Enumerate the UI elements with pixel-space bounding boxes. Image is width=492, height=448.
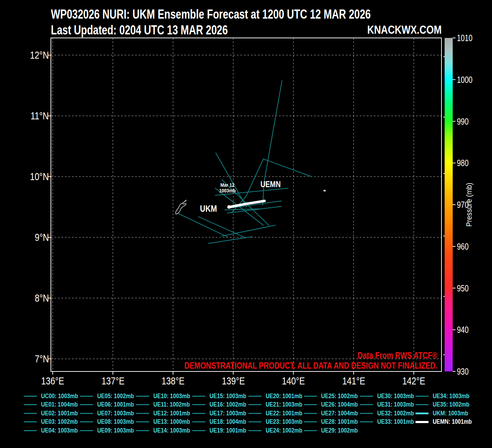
legend-entry-label: UE21: 1003mb <box>266 401 302 408</box>
member-line-swatch <box>80 404 93 405</box>
legend-entry-label: UE05: 1002mb <box>97 393 134 400</box>
member-line-swatch <box>24 404 37 405</box>
x-tick-label: 140°E <box>274 375 313 387</box>
legend-entry-ue07: UE07: 1003mb <box>80 409 140 417</box>
start-pressure-label: 1003mb <box>219 188 236 193</box>
legend-entry-label: UE07: 1003mb <box>97 410 134 417</box>
member-line-swatch <box>192 430 205 431</box>
ensemble-track <box>177 213 227 237</box>
y-tick-label: 10°N <box>30 171 49 183</box>
legend-entry-ue34: UE34: 1003mb <box>415 392 476 400</box>
legend-entry-label: UE27: 1004mb <box>321 410 358 417</box>
legend-entry-label: UE16: 1002mb <box>210 401 246 408</box>
legend-entry-label: UE26: 1004mb <box>321 401 358 408</box>
legend-entry-ue21: UE21: 1003mb <box>248 401 309 409</box>
member-line-swatch <box>360 413 373 414</box>
legend-entry-ue28: UE28: 1001mb <box>304 418 364 426</box>
colorbar-tick-label: 960 <box>457 242 468 252</box>
member-line-swatch <box>24 396 37 397</box>
legend-entry-label: UE11: 1002mb <box>153 401 190 408</box>
forecast-graphic: WP032026 NURI: UKM Ensemble Forecast at … <box>0 0 492 448</box>
ensemble-track <box>263 159 311 177</box>
x-tick-label: 137°E <box>93 375 133 387</box>
member-line-swatch <box>136 396 149 397</box>
legend-entry-label: UE25: 1002mb <box>321 393 358 400</box>
legend-entry-label: UE35: 1002mb <box>433 401 470 408</box>
legend-entry-label: UE28: 1001mb <box>321 418 358 426</box>
member-line-swatch <box>304 396 317 397</box>
colorbar-tick-label: 930 <box>457 367 468 377</box>
y-tick-label: 12°N <box>30 49 49 61</box>
legend-entry-ue03: UE03: 1002mb <box>24 418 84 426</box>
island-outline <box>175 200 186 214</box>
legend-entry-ue06: UE06: 1001mb <box>80 401 140 409</box>
track-start-annotation: Mar 12 1003mb <box>219 182 236 193</box>
colorbar-tick-label: 940 <box>457 325 468 335</box>
start-date-label: Mar 12 <box>219 182 236 188</box>
member-line-swatch <box>360 404 373 405</box>
member-line-swatch <box>248 396 261 397</box>
legend-entry-label: UE20: 1001mb <box>266 393 302 400</box>
legend-entry-label: UE12: 1001mb <box>153 410 190 417</box>
uemn-line-swatch <box>415 421 428 423</box>
legend-entry-label: UE17: 1003mb <box>210 410 246 417</box>
legend-entry-ue33: UE33: 1001mb <box>360 418 420 426</box>
legend-entry-ue24: UE24: 1002mb <box>248 426 309 435</box>
member-line-swatch <box>192 404 205 405</box>
small-island <box>324 190 326 192</box>
legend-entry-ue13: UE13: 1000mb <box>136 418 197 426</box>
legend-entry-ue20: UE20: 1001mb <box>248 392 309 400</box>
x-tick-label: 139°E <box>214 375 253 387</box>
y-tick-label: 9°N <box>35 231 49 243</box>
legend-entry-label: UE03: 1002mb <box>41 418 78 426</box>
legend-entry-ue09: UE09: 1003mb <box>80 426 140 435</box>
member-line-swatch <box>248 421 261 422</box>
legend-entry-label: UE34: 1003mb <box>433 393 470 400</box>
legend-entry-ue26: UE26: 1004mb <box>304 401 364 409</box>
legend-entry-ue27: UE27: 1004mb <box>304 409 364 417</box>
member-line-swatch <box>136 421 149 422</box>
track-layer <box>177 81 311 244</box>
legend-entry-ukm: UKM: 1003mb <box>415 409 474 417</box>
x-tick-label: 138°E <box>153 375 193 387</box>
ukm-track-label: UKM <box>200 204 217 214</box>
legend-entry-ue10: UE10: 1003mb <box>136 392 197 400</box>
member-line-swatch <box>304 404 317 405</box>
legend-entry-label: UKM: 1003mb <box>433 410 468 417</box>
colorbar-axis-label: Pressure (mb) <box>465 183 474 226</box>
legend-entry-label: UEMN: 1001mb <box>433 418 472 426</box>
legend-entry-ue31: UE31: 1003mb <box>360 401 420 409</box>
legend-entry-label: UE14: 1003mb <box>153 427 190 434</box>
legend-entry-label: UE04: 1003mb <box>41 427 78 434</box>
legend-entry-uemn: UEMN: 1001mb <box>415 418 479 426</box>
y-tick-label: 11°N <box>31 110 49 122</box>
legend-entry-label: UE18: 1004mb <box>210 418 246 426</box>
legend-entry-label: UE23: 1003mb <box>266 418 302 426</box>
member-line-swatch <box>80 421 93 422</box>
legend-entry-uc00: UC00: 1003mb <box>24 392 85 400</box>
legend-entry-ue23: UE23: 1003mb <box>248 418 309 426</box>
member-line-swatch <box>415 404 428 405</box>
member-line-swatch <box>24 421 37 422</box>
legend-entry-ue25: UE25: 1002mb <box>304 392 364 400</box>
legend-entry-label: UE15: 1003mb <box>210 393 246 400</box>
legend-entry-label: UE10: 1003mb <box>153 393 190 400</box>
member-line-swatch <box>136 430 149 431</box>
x-tick-label: 142°E <box>394 375 433 387</box>
legend-entry-ue29: UE29: 1002mb <box>304 426 364 435</box>
y-tick-label: 8°N <box>35 292 49 304</box>
y-tick-label: 7°N <box>35 353 49 365</box>
colorbar-tick-label: 990 <box>457 117 468 127</box>
legend-entry-label: UE29: 1002mb <box>321 427 358 434</box>
legend-entry-ue14: UE14: 1003mb <box>136 426 197 435</box>
legend-entry-label: UE33: 1001mb <box>377 418 414 426</box>
member-line-swatch <box>192 413 205 414</box>
member-line-swatch <box>192 421 205 422</box>
member-line-swatch <box>24 413 37 414</box>
member-line-swatch <box>248 430 261 431</box>
legend-entry-label: UE30: 1003mb <box>377 393 414 400</box>
legend-entry-ue11: UE11: 1002mb <box>136 401 196 409</box>
member-line-swatch <box>360 396 373 397</box>
member-line-swatch <box>304 430 317 431</box>
member-line-swatch <box>248 404 261 405</box>
